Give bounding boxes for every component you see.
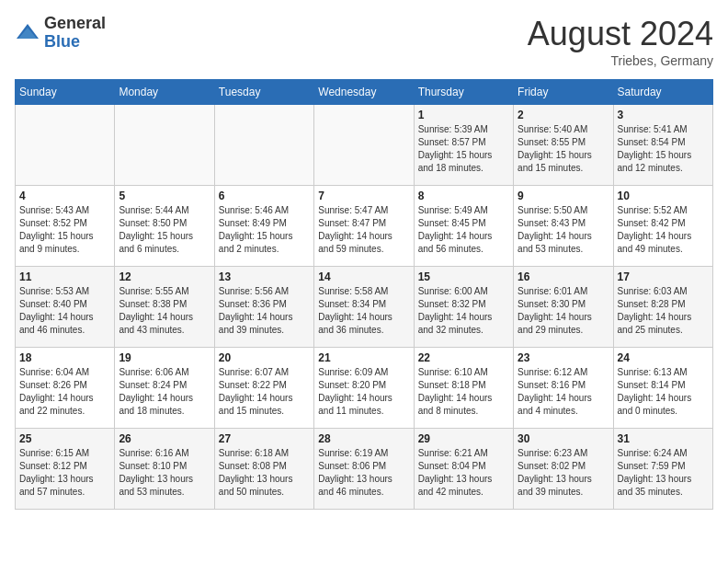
weekday-header-thursday: Thursday <box>414 80 513 105</box>
table-row: 22Sunrise: 6:10 AMSunset: 8:18 PMDayligh… <box>414 348 513 429</box>
weekday-header-sunday: Sunday <box>16 80 115 105</box>
day-number: 15 <box>418 270 509 283</box>
day-info: Sunrise: 6:09 AMSunset: 8:20 PMDaylight:… <box>318 366 409 418</box>
logo-icon <box>15 20 40 46</box>
day-number: 22 <box>418 351 509 364</box>
calendar-week-3: 11Sunrise: 5:53 AMSunset: 8:40 PMDayligh… <box>16 267 713 348</box>
table-row: 9Sunrise: 5:50 AMSunset: 8:43 PMDaylight… <box>514 186 613 267</box>
day-number: 6 <box>219 190 310 202</box>
table-row: 27Sunrise: 6:18 AMSunset: 8:08 PMDayligh… <box>214 429 313 510</box>
day-info: Sunrise: 5:52 AMSunset: 8:42 PMDaylight:… <box>618 204 709 256</box>
table-row: 25Sunrise: 6:15 AMSunset: 8:12 PMDayligh… <box>16 429 115 510</box>
table-row: 31Sunrise: 6:24 AMSunset: 7:59 PMDayligh… <box>613 429 712 510</box>
day-info: Sunrise: 5:58 AMSunset: 8:34 PMDaylight:… <box>318 285 409 337</box>
logo-blue: Blue <box>44 33 106 52</box>
day-info: Sunrise: 6:01 AMSunset: 8:30 PMDaylight:… <box>518 285 609 337</box>
day-info: Sunrise: 6:07 AMSunset: 8:22 PMDaylight:… <box>219 366 310 418</box>
table-row: 30Sunrise: 6:23 AMSunset: 8:02 PMDayligh… <box>514 429 613 510</box>
table-row: 4Sunrise: 5:43 AMSunset: 8:52 PMDaylight… <box>16 186 115 267</box>
table-row: 26Sunrise: 6:16 AMSunset: 8:10 PMDayligh… <box>115 429 214 510</box>
day-number: 29 <box>418 432 509 445</box>
table-row: 20Sunrise: 6:07 AMSunset: 8:22 PMDayligh… <box>214 348 313 429</box>
day-info: Sunrise: 6:16 AMSunset: 8:10 PMDaylight:… <box>119 447 210 499</box>
weekday-header-monday: Monday <box>115 80 214 105</box>
month-title: August 2024 <box>528 15 713 53</box>
table-row: 12Sunrise: 5:55 AMSunset: 8:38 PMDayligh… <box>115 267 214 348</box>
day-info: Sunrise: 5:46 AMSunset: 8:49 PMDaylight:… <box>219 204 310 256</box>
day-number: 31 <box>618 432 709 445</box>
weekday-header-row: SundayMondayTuesdayWednesdayThursdayFrid… <box>16 80 713 105</box>
day-number: 25 <box>19 432 110 445</box>
calendar-week-5: 25Sunrise: 6:15 AMSunset: 8:12 PMDayligh… <box>16 429 713 510</box>
day-number: 17 <box>618 270 709 283</box>
table-row: 21Sunrise: 6:09 AMSunset: 8:20 PMDayligh… <box>314 348 414 429</box>
day-number: 30 <box>518 432 609 445</box>
day-number: 23 <box>518 351 609 364</box>
day-info: Sunrise: 6:18 AMSunset: 8:08 PMDaylight:… <box>219 447 310 499</box>
day-info: Sunrise: 6:23 AMSunset: 8:02 PMDaylight:… <box>518 447 609 499</box>
table-row: 19Sunrise: 6:06 AMSunset: 8:24 PMDayligh… <box>115 348 214 429</box>
day-info: Sunrise: 6:03 AMSunset: 8:28 PMDaylight:… <box>618 285 709 337</box>
day-number: 21 <box>318 351 409 364</box>
day-number: 10 <box>618 190 709 202</box>
day-info: Sunrise: 6:10 AMSunset: 8:18 PMDaylight:… <box>418 366 509 418</box>
table-row: 6Sunrise: 5:46 AMSunset: 8:49 PMDaylight… <box>214 186 313 267</box>
logo: General Blue <box>15 15 106 52</box>
table-row: 10Sunrise: 5:52 AMSunset: 8:42 PMDayligh… <box>613 186 712 267</box>
day-number: 11 <box>19 270 110 283</box>
table-row: 29Sunrise: 6:21 AMSunset: 8:04 PMDayligh… <box>414 429 513 510</box>
day-number: 7 <box>318 190 409 202</box>
table-row: 7Sunrise: 5:47 AMSunset: 8:47 PMDaylight… <box>314 186 414 267</box>
calendar-table: SundayMondayTuesdayWednesdayThursdayFrid… <box>15 79 713 510</box>
table-row: 14Sunrise: 5:58 AMSunset: 8:34 PMDayligh… <box>314 267 414 348</box>
table-row <box>16 105 115 186</box>
table-row: 3Sunrise: 5:41 AMSunset: 8:54 PMDaylight… <box>613 105 712 186</box>
day-number: 8 <box>418 190 509 202</box>
day-number: 4 <box>19 190 110 202</box>
day-number: 1 <box>418 109 509 121</box>
table-row: 11Sunrise: 5:53 AMSunset: 8:40 PMDayligh… <box>16 267 115 348</box>
day-number: 26 <box>119 432 210 445</box>
day-info: Sunrise: 5:39 AMSunset: 8:57 PMDaylight:… <box>418 123 509 175</box>
day-number: 16 <box>518 270 609 283</box>
day-info: Sunrise: 5:41 AMSunset: 8:54 PMDaylight:… <box>618 123 709 175</box>
day-info: Sunrise: 5:44 AMSunset: 8:50 PMDaylight:… <box>119 204 210 256</box>
day-info: Sunrise: 5:43 AMSunset: 8:52 PMDaylight:… <box>19 204 110 256</box>
day-number: 3 <box>618 109 709 121</box>
table-row <box>314 105 414 186</box>
day-info: Sunrise: 5:55 AMSunset: 8:38 PMDaylight:… <box>119 285 210 337</box>
table-row: 2Sunrise: 5:40 AMSunset: 8:55 PMDaylight… <box>514 105 613 186</box>
day-info: Sunrise: 6:19 AMSunset: 8:06 PMDaylight:… <box>318 447 409 499</box>
day-number: 20 <box>219 351 310 364</box>
table-row: 17Sunrise: 6:03 AMSunset: 8:28 PMDayligh… <box>613 267 712 348</box>
day-number: 18 <box>19 351 110 364</box>
calendar-week-4: 18Sunrise: 6:04 AMSunset: 8:26 PMDayligh… <box>16 348 713 429</box>
table-row: 28Sunrise: 6:19 AMSunset: 8:06 PMDayligh… <box>314 429 414 510</box>
day-number: 12 <box>119 270 210 283</box>
day-info: Sunrise: 5:49 AMSunset: 8:45 PMDaylight:… <box>418 204 509 256</box>
logo-text: General Blue <box>44 15 106 52</box>
table-row: 13Sunrise: 5:56 AMSunset: 8:36 PMDayligh… <box>214 267 313 348</box>
table-row: 16Sunrise: 6:01 AMSunset: 8:30 PMDayligh… <box>514 267 613 348</box>
calendar-week-2: 4Sunrise: 5:43 AMSunset: 8:52 PMDaylight… <box>16 186 713 267</box>
day-info: Sunrise: 5:53 AMSunset: 8:40 PMDaylight:… <box>19 285 110 337</box>
day-info: Sunrise: 6:00 AMSunset: 8:32 PMDaylight:… <box>418 285 509 337</box>
logo-general: General <box>44 15 106 33</box>
weekday-header-wednesday: Wednesday <box>314 80 414 105</box>
day-number: 24 <box>618 351 709 364</box>
table-row: 18Sunrise: 6:04 AMSunset: 8:26 PMDayligh… <box>16 348 115 429</box>
table-row <box>115 105 214 186</box>
table-row: 1Sunrise: 5:39 AMSunset: 8:57 PMDaylight… <box>414 105 513 186</box>
day-info: Sunrise: 5:50 AMSunset: 8:43 PMDaylight:… <box>518 204 609 256</box>
weekday-header-saturday: Saturday <box>613 80 712 105</box>
table-row: 24Sunrise: 6:13 AMSunset: 8:14 PMDayligh… <box>613 348 712 429</box>
table-row: 15Sunrise: 6:00 AMSunset: 8:32 PMDayligh… <box>414 267 513 348</box>
weekday-header-tuesday: Tuesday <box>214 80 313 105</box>
day-info: Sunrise: 6:24 AMSunset: 7:59 PMDaylight:… <box>618 447 709 499</box>
day-info: Sunrise: 6:04 AMSunset: 8:26 PMDaylight:… <box>19 366 110 418</box>
day-info: Sunrise: 5:56 AMSunset: 8:36 PMDaylight:… <box>219 285 310 337</box>
day-number: 27 <box>219 432 310 445</box>
day-info: Sunrise: 5:47 AMSunset: 8:47 PMDaylight:… <box>318 204 409 256</box>
day-number: 28 <box>318 432 409 445</box>
day-info: Sunrise: 5:40 AMSunset: 8:55 PMDaylight:… <box>518 123 609 175</box>
